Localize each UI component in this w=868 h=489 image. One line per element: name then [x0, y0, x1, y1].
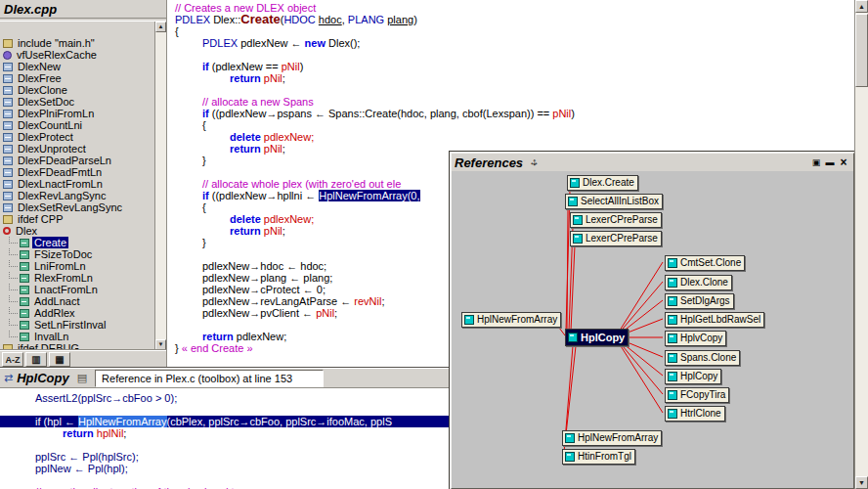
- graph-node[interactable]: HplCopy: [565, 329, 629, 346]
- tree-scroll-down-button[interactable]: ▼: [155, 339, 166, 350]
- graph-node-label: Spans.Clone: [680, 352, 736, 364]
- sort-az-button[interactable]: A-Z: [2, 352, 23, 367]
- code-segment: revNil: [354, 295, 381, 307]
- code-segment: ;: [381, 295, 384, 307]
- tree-item[interactable]: DlexClone: [0, 84, 155, 96]
- editor-scroll-down-button[interactable]: ▼: [855, 476, 868, 489]
- tree-item[interactable]: InvalLn: [0, 331, 155, 342]
- graph-node[interactable]: HtinFromTgl: [562, 449, 635, 465]
- code-segment: }: [202, 237, 206, 248]
- code-line[interactable]: if ((pdlexNew→pspans ← Spans::Create(hdo…: [167, 108, 855, 119]
- graph-node-label: Dlex.Create: [583, 177, 634, 189]
- graph-node-label: HplGetLbdRawSel: [680, 314, 760, 326]
- tree-item[interactable]: DlexFree: [0, 72, 155, 84]
- code-segment: ;: [282, 143, 285, 155]
- tree-item[interactable]: DlexLnactFromLn: [0, 178, 155, 190]
- tree-item-label: LnactFromLn: [32, 284, 100, 295]
- tree-item[interactable]: LnactFromLn: [0, 284, 155, 295]
- method-icon: [20, 309, 29, 318]
- tree-item[interactable]: DlexNew: [0, 61, 155, 72]
- grid-view-button[interactable]: ▦: [49, 352, 70, 367]
- tree-scroll-up-button[interactable]: ▲: [155, 22, 166, 32]
- code-segment: if: [202, 61, 212, 72]
- tree-item[interactable]: vfUseRlexCache: [0, 49, 155, 61]
- references-titlebar[interactable]: References ↔ ↕ ▣ ▬ ×: [452, 154, 853, 171]
- func-icon: [3, 110, 13, 118]
- function-icon: [668, 353, 677, 363]
- code-segment: }: [175, 342, 182, 354]
- graph-node[interactable]: Dlex.Clone: [665, 275, 732, 290]
- code-line[interactable]: return pNil;: [167, 72, 855, 84]
- function-icon: [668, 333, 677, 343]
- graph-node[interactable]: LexerCPreParse: [570, 231, 662, 246]
- code-segment: ): [571, 108, 575, 119]
- tree-item[interactable]: FSizeToDoc: [0, 248, 155, 260]
- editor-scroll-up-button[interactable]: ▲: [855, 0, 868, 13]
- graph-node[interactable]: Dlex.Create: [567, 175, 638, 191]
- graph-node-label: HplNewFromArray: [477, 314, 557, 326]
- graph-node[interactable]: SelectAllInListBox: [565, 194, 663, 209]
- func-icon: [3, 121, 13, 130]
- tree-branch-line: [9, 331, 18, 337]
- tree-item[interactable]: DlexProtect: [0, 131, 155, 143]
- tree-item[interactable]: ifdef DEBUG: [0, 342, 155, 350]
- graph-node[interactable]: LexerCPreParse: [570, 212, 662, 228]
- graph-node[interactable]: SetDlgArgs: [665, 293, 734, 309]
- tree-item[interactable]: DlexSetDoc: [0, 96, 155, 108]
- tree-item[interactable]: DlexRevLangSync: [0, 190, 155, 201]
- graph-node[interactable]: HplNewFromArray: [461, 312, 561, 328]
- code-line[interactable]: // allocate a new Spans: [167, 96, 855, 108]
- graph-node[interactable]: HplCopy: [665, 369, 721, 384]
- code-line[interactable]: {: [167, 119, 855, 131]
- tree-item[interactable]: Create: [0, 237, 155, 248]
- code-line[interactable]: delete pdlexNew;: [167, 131, 855, 143]
- close-button[interactable]: ×: [837, 156, 850, 169]
- tree-item[interactable]: SetLnFirstInval: [0, 319, 155, 331]
- code-line[interactable]: if (pdlexNew == pNil): [167, 61, 855, 72]
- editor-scrollbar[interactable]: ▲ ▼: [854, 0, 868, 489]
- dock-button[interactable]: ▣: [809, 156, 823, 169]
- code-segment: (cbPlex, pplSrc→cbFoo, pplSrc→ifooMac, p…: [167, 416, 392, 427]
- tree-item-label: DlexUnprotect: [16, 143, 88, 155]
- tree-item[interactable]: DlexUnprotect: [0, 143, 155, 155]
- tree-scrollbar[interactable]: ▲ ▼: [154, 22, 166, 350]
- code-segment: return: [63, 427, 97, 439]
- tree-item[interactable]: DlexCountLni: [0, 119, 155, 131]
- method-icon: [20, 321, 29, 330]
- tree-item[interactable]: DlexSetRevLangSync: [0, 201, 155, 213]
- graph-node[interactable]: CmtSet.Clone: [665, 255, 745, 271]
- graph-node-label: HplNewFromArray: [578, 432, 658, 444]
- tree-item[interactable]: AddLnact: [0, 295, 155, 307]
- graph-node[interactable]: Spans.Clone: [665, 350, 740, 366]
- tree-item[interactable]: LniFromLn: [0, 260, 155, 272]
- graph-node[interactable]: HtrlClone: [665, 406, 725, 422]
- tree-item-label: DlexNew: [16, 61, 63, 72]
- tree-item[interactable]: DlexFDeadFmtLn: [0, 166, 155, 178]
- graph-node[interactable]: HplNewFromArray: [562, 430, 662, 446]
- window-buttons: ▣ ▬ ×: [809, 156, 850, 169]
- tree-item[interactable]: RlexFromLn: [0, 272, 155, 284]
- code-segment: HDOC: [283, 14, 318, 25]
- graph-node[interactable]: HplvCopy: [665, 331, 726, 346]
- tree-item[interactable]: AddRlex: [0, 307, 155, 319]
- code-segment: PDLEX: [175, 14, 213, 25]
- editor-scrollbar-thumb[interactable]: [855, 14, 868, 87]
- book-view-button[interactable]: ▥: [25, 352, 47, 367]
- code-line[interactable]: [167, 84, 855, 96]
- code-line[interactable]: {: [167, 25, 855, 37]
- tree-item[interactable]: ifdef CPP: [0, 213, 155, 225]
- graph-node-label: HplvCopy: [680, 333, 722, 344]
- method-icon: [20, 333, 29, 341]
- graph-node[interactable]: FCopyTira: [665, 387, 729, 403]
- code-line[interactable]: PDLEX Dlex::Create(HDOC hdoc, PLANG plan…: [167, 14, 855, 25]
- minimize-button[interactable]: ▬: [823, 156, 837, 169]
- code-line[interactable]: [167, 49, 855, 61]
- reference-graph: Dlex.CreateSelectAllInListBoxLexerCPrePa…: [452, 171, 853, 488]
- code-line[interactable]: PDLEX pdlexNew ← new Dlex();: [167, 37, 855, 49]
- tree-item[interactable]: include "main.h": [0, 37, 155, 49]
- code-segment: pNil: [264, 143, 282, 155]
- graph-node[interactable]: HplGetLbdRawSel: [665, 312, 764, 328]
- tree-item[interactable]: DlexFDeadParseLn: [0, 155, 155, 166]
- tree-item[interactable]: Dlex: [0, 225, 155, 237]
- tree-item[interactable]: DlexPlniFromLn: [0, 108, 155, 119]
